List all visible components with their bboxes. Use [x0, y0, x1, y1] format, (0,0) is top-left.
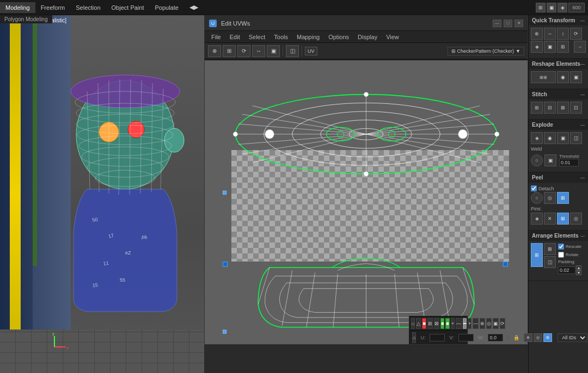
btm-btn-tool2[interactable]: ◎ [486, 318, 492, 329]
checker-dropdown[interactable]: ⊞ CheckerPattern (Checker) ▼ [448, 47, 524, 55]
tab-populate[interactable]: Populate [149, 2, 183, 13]
minimize-button[interactable]: — [493, 20, 501, 27]
reshape-header[interactable]: Reshape Elements — [529, 59, 588, 69]
uv-menu-file[interactable]: File [207, 33, 225, 41]
qt-btn-1[interactable]: ⊕ [531, 28, 543, 40]
status-btn-home[interactable]: ⌂ [412, 332, 416, 343]
btm-btn-grid[interactable]: ⊞ [427, 318, 433, 329]
btm-btn-home[interactable]: ⌂ [411, 318, 415, 329]
qt-btn-7[interactable]: ⊞ [557, 41, 569, 53]
uv-menu-display[interactable]: Display [353, 33, 382, 41]
uv-channel-btn[interactable]: UV [305, 47, 317, 55]
qt-btn-expand[interactable]: → [574, 41, 586, 53]
btm-btn-plus[interactable]: + [451, 318, 455, 329]
uv-tool-select[interactable]: ⊕ [208, 45, 221, 57]
status-icon-3[interactable]: ⊞ [543, 333, 552, 342]
btm-btn-tool4[interactable]: ⟳ [500, 318, 505, 329]
padding-input[interactable] [558, 266, 575, 274]
uv-menu-view[interactable]: View [382, 33, 403, 41]
st-btn-2[interactable]: ⊟ [544, 102, 556, 114]
all-ids-dropdown[interactable]: All IDs [558, 333, 587, 342]
st-btn-4[interactable]: ⊡ [570, 102, 582, 114]
uv-menu-tools[interactable]: Tools [270, 33, 292, 41]
re-btn-2[interactable]: ◉ [557, 71, 569, 83]
stitch-header[interactable]: Stitch — [529, 89, 588, 100]
u-input[interactable] [430, 334, 445, 341]
status-icon-2[interactable]: ◎ [534, 333, 542, 342]
arrange-header[interactable]: Arrange Elements — [529, 231, 588, 241]
arrange-btn-1[interactable]: ⊠ [544, 243, 556, 255]
quick-transform-header[interactable]: Quick Transform — [529, 15, 588, 26]
padding-up[interactable]: ▲ [576, 265, 581, 270]
uv-tool-rotate[interactable]: ⟳ [237, 45, 250, 57]
uv-tool-mirror-h[interactable]: ◫ [286, 45, 299, 57]
weld-sq-btn[interactable]: ▣ [544, 154, 556, 166]
pin-btn-1[interactable]: ◈ [531, 213, 543, 225]
btm-btn-color[interactable]: ■ [422, 318, 426, 329]
viewport-3d[interactable]: 50 17 eZ pb 11 55 15 x y [+] [Perspectiv… [0, 15, 204, 373]
qt-btn-4[interactable]: ⟳ [570, 28, 582, 40]
maximize-button[interactable]: □ [504, 20, 512, 27]
ex-btn-3[interactable]: ▣ [557, 132, 569, 144]
peel-sq-1[interactable]: ◎ [544, 192, 556, 204]
peel-header[interactable]: Peel — [529, 172, 588, 183]
threshold-input[interactable] [559, 159, 579, 166]
peel-active-btn[interactable]: ⊞ [557, 192, 569, 204]
uv-tool-scale[interactable]: ↔ [252, 45, 265, 57]
btm-btn-minus2[interactable]: — [473, 318, 479, 329]
ex-btn-1[interactable]: ◈ [531, 132, 543, 144]
btm-btn-tool3[interactable]: ▣ [493, 318, 499, 329]
btm-btn-minus[interactable]: — [456, 318, 462, 329]
ex-btn-4[interactable]: ◫ [570, 132, 582, 144]
tab-modeling[interactable]: Modeling [0, 2, 35, 13]
pins-label: Pins: [531, 205, 586, 213]
close-button[interactable]: ✕ [514, 20, 523, 27]
status-icon-1[interactable]: ⊕ [524, 333, 532, 342]
detach-checkbox[interactable] [531, 185, 537, 191]
tab-object-paint[interactable]: Object Paint [106, 2, 150, 13]
explode-header[interactable]: Explode — [529, 120, 588, 130]
uv-menu-mapping[interactable]: Mapping [292, 33, 324, 41]
tab-selection[interactable]: Selection [70, 2, 106, 13]
peel-circle-1[interactable]: ○ [531, 192, 543, 204]
tab-extra[interactable]: ◀▶ [184, 2, 204, 13]
btm-btn-snap[interactable]: ⊠ [434, 318, 439, 329]
btm-btn-tool1[interactable]: ⊕ [480, 318, 485, 329]
btm-btn-green[interactable]: ■ [440, 318, 444, 329]
padding-down[interactable]: ▼ [576, 270, 581, 275]
uv-menu-select[interactable]: Select [244, 33, 270, 41]
qt-btn-6[interactable]: ▣ [544, 41, 556, 53]
st-btn-1[interactable]: ⊞ [531, 102, 543, 114]
toolbar-icon-2[interactable]: ▣ [547, 3, 556, 13]
btm-btn-green2[interactable]: ■ [445, 318, 449, 329]
rotate-checkbox[interactable] [558, 252, 564, 258]
rescale-checkbox[interactable] [558, 244, 564, 250]
pin-btn-2[interactable]: ✕ [544, 213, 556, 225]
arrange-label: Arrange Elements [532, 233, 579, 239]
btm-btn-plus2[interactable]: + [468, 318, 471, 329]
pin-active-btn[interactable]: ⊞ [557, 213, 569, 225]
re-btn-1[interactable]: ⊞⊞ [531, 71, 556, 83]
uv-menu-options[interactable]: Options [324, 33, 353, 41]
btm-btn-gray[interactable]: ━ [463, 318, 467, 329]
uv-canvas[interactable] [205, 60, 528, 344]
uv-tool-freeform[interactable]: ▣ [267, 45, 280, 57]
pin-btn-4[interactable]: ◎ [570, 213, 582, 225]
w-input[interactable] [488, 334, 503, 341]
st-btn-3[interactable]: ⊠ [557, 102, 569, 114]
re-btn-3[interactable]: ▣ [570, 71, 582, 83]
qt-btn-3[interactable]: ↕ [557, 28, 569, 40]
tab-freeform[interactable]: Freeform [35, 2, 71, 13]
arrange-btn-2[interactable]: ◫ [544, 256, 556, 268]
qt-btn-2[interactable]: ↔ [544, 28, 556, 40]
weld-circle-btn[interactable]: ○ [531, 154, 543, 166]
toolbar-icon-3[interactable]: ◈ [558, 3, 567, 13]
arrange-btn-main[interactable]: ⊞ [531, 243, 543, 267]
v-input[interactable] [458, 334, 474, 341]
qt-btn-5[interactable]: ◈ [531, 41, 543, 53]
uv-tool-move[interactable]: ⊞ [223, 45, 236, 57]
uv-menu-edit[interactable]: Edit [225, 33, 244, 41]
ex-btn-2[interactable]: ◉ [544, 132, 556, 144]
btm-btn-select[interactable]: △ [416, 318, 421, 329]
toolbar-icon-1[interactable]: ⊞ [536, 3, 546, 13]
